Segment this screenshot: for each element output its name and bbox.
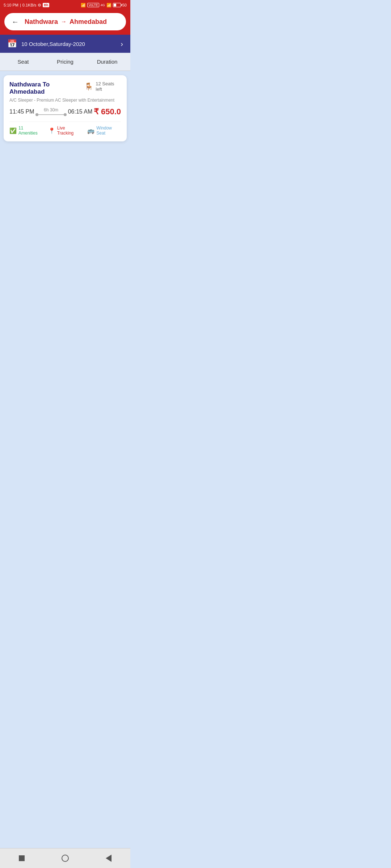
from-city: Nathdwara (25, 18, 58, 26)
network-icon: 4G (101, 3, 105, 7)
duration-label: 6h 30m (44, 107, 58, 112)
tab-pricing[interactable]: Pricing (45, 55, 85, 68)
back-arrow-icon: ← (12, 18, 19, 26)
time-display: 5:10 PM (4, 3, 18, 7)
app-icon: Bh (43, 3, 49, 7)
tracking-icon: 📍 (48, 127, 55, 134)
depart-time: 11:45 PM (9, 109, 34, 115)
timing-row: 11:45 PM 6h 30m 06:15 AM ₹ 650.0 (9, 107, 121, 116)
selected-date: 10 October,Saturday-2020 (21, 41, 85, 47)
bus-type: A/C Sleeper - Premium AC Sleeper with En… (9, 98, 121, 103)
home-button[interactable] (16, 853, 27, 864)
route-display: Nathdwara → Ahmedabad (25, 18, 107, 26)
circle-icon (62, 855, 69, 862)
amenities-check-icon: ✅ (9, 127, 17, 134)
seat-icon: 🪑 (84, 82, 93, 91)
back-home-button[interactable] (60, 853, 71, 864)
header: ← Nathdwara → Ahmedabad (0, 10, 130, 35)
square-icon (19, 855, 25, 861)
calendar-icon: 📅 (7, 39, 17, 48)
date-left: 📅 10 October,Saturday-2020 (7, 39, 85, 48)
route-arrow-icon: → (61, 18, 67, 25)
nav-bar (0, 848, 130, 868)
seats-info: 🪑 12 Seats left (84, 81, 121, 92)
arrive-time: 06:15 AM (68, 109, 93, 115)
bus-card[interactable]: Nathdwara To Ahmedabad 🪑 12 Seats left A… (4, 75, 127, 141)
tab-duration[interactable]: Duration (87, 55, 127, 68)
navigate-back-button[interactable] (103, 853, 114, 864)
window-seat-button[interactable]: 🚌 Window Seat (87, 125, 121, 136)
amenities-button[interactable]: ✅ 11 Amenities (9, 125, 42, 136)
live-tracking-button[interactable]: 📍 Live Tracking (48, 125, 82, 136)
duration-track (35, 113, 67, 116)
search-bar: ← Nathdwara → Ahmedabad (4, 13, 126, 30)
tracking-label: Live Tracking (57, 125, 82, 136)
wifi-icon: 📶 (81, 3, 86, 8)
duration-section: 6h 30m (35, 107, 67, 116)
window-seat-icon: 🚌 (87, 127, 94, 134)
triangle-icon (106, 855, 112, 862)
back-button[interactable]: ← (10, 17, 20, 27)
amenities-label: 11 Amenities (18, 125, 42, 136)
status-bar: 5:10 PM | 0.1KB/s ⚙ Bh 📶 VoLTE 4G 📶 50 (0, 0, 130, 10)
battery-icon (113, 3, 121, 7)
status-right: 📶 VoLTE 4G 📶 50 (81, 3, 127, 8)
track-line (38, 114, 64, 115)
seats-left-text: 12 Seats left (96, 81, 121, 92)
content-area: Nathdwara To Ahmedabad 🪑 12 Seats left A… (0, 71, 130, 288)
to-city: Ahmedabad (70, 18, 107, 26)
bus-name: Nathdwara To Ahmedabad (9, 81, 84, 95)
arrive-dot (64, 113, 67, 116)
card-header: Nathdwara To Ahmedabad 🪑 12 Seats left (9, 81, 121, 95)
ticket-price: ₹ 650.0 (94, 107, 121, 116)
amenities-row: ✅ 11 Amenities 📍 Live Tracking 🚌 Window … (9, 122, 121, 136)
volte-icon: VoLTE (87, 3, 99, 7)
battery-level: 50 (122, 3, 127, 7)
tab-seat[interactable]: Seat (3, 55, 43, 68)
signal-icon: 📶 (106, 3, 112, 8)
filter-tabs: Seat Pricing Duration (0, 53, 130, 71)
separator: | (20, 3, 21, 7)
next-date-button[interactable]: › (121, 40, 123, 48)
window-seat-label: Window Seat (96, 125, 121, 136)
depart-dot (35, 113, 38, 116)
settings-icon: ⚙ (38, 3, 41, 8)
speed-display: 0.1KB/s (22, 3, 37, 7)
date-bar: 📅 10 October,Saturday-2020 › (0, 35, 130, 53)
status-left: 5:10 PM | 0.1KB/s ⚙ Bh (4, 3, 49, 8)
